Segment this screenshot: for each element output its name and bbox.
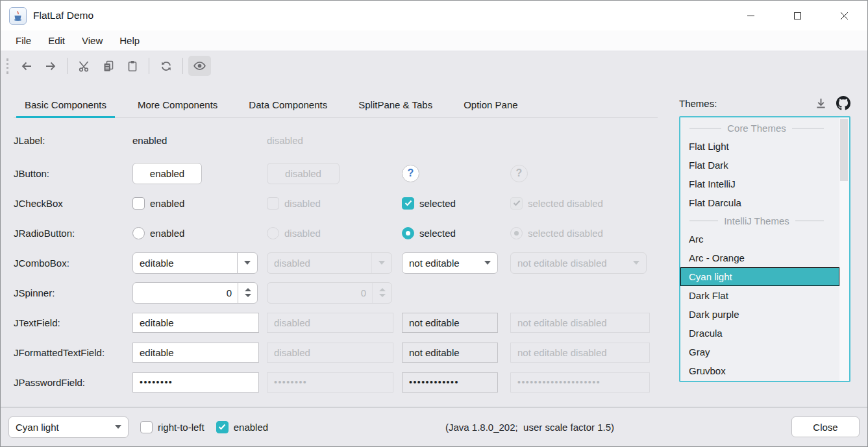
eye-toggle-button[interactable] bbox=[188, 56, 211, 76]
tab-basic-components[interactable]: Basic Components bbox=[14, 91, 118, 117]
copy-button[interactable] bbox=[97, 56, 119, 76]
checkbox-checked-icon bbox=[510, 197, 523, 210]
formatted-textfield-disabled: disabled bbox=[267, 343, 393, 363]
chevron-down-icon bbox=[633, 261, 639, 265]
download-theme-button[interactable] bbox=[815, 97, 827, 110]
refresh-button[interactable] bbox=[155, 56, 177, 76]
theme-item-dark-purple[interactable]: Dark purple bbox=[680, 305, 839, 324]
theme-item-cyan-light[interactable]: Cyan light bbox=[680, 267, 839, 286]
radio-enabled[interactable]: enabled bbox=[132, 227, 184, 239]
checkbox-checked-icon bbox=[402, 197, 414, 210]
help-button-disabled: ? bbox=[510, 165, 528, 182]
window-controls bbox=[727, 1, 867, 30]
tab-splitpane-tabs[interactable]: SplitPane & Tabs bbox=[347, 91, 443, 117]
disabled-button: disabled bbox=[267, 163, 340, 184]
maximize-button[interactable] bbox=[774, 1, 821, 30]
tab-data-components[interactable]: Data Components bbox=[238, 91, 338, 117]
paste-icon bbox=[126, 60, 139, 73]
toolbar-grip[interactable] bbox=[6, 58, 8, 74]
row-label: JComboBox: bbox=[14, 248, 132, 278]
checkbox-label: enabled bbox=[234, 422, 268, 433]
passwordfield-editable[interactable]: •••••••• bbox=[132, 372, 259, 393]
textfield-not-editable-disabled: not editable disabled bbox=[510, 313, 650, 333]
theme-list-scrollbar[interactable] bbox=[839, 117, 849, 381]
radio-label: disabled bbox=[284, 228, 321, 239]
textfield-not-editable: not editable bbox=[402, 313, 498, 333]
radio-selected-icon bbox=[402, 227, 414, 239]
help-button[interactable]: ? bbox=[402, 165, 419, 182]
combobox-arrow-button[interactable] bbox=[477, 253, 497, 273]
checkbox-enabled[interactable]: enabled bbox=[132, 197, 184, 210]
theme-item-gray[interactable]: Gray bbox=[680, 343, 839, 361]
jlabel-disabled: disabled bbox=[267, 128, 402, 152]
row-label: JTextField: bbox=[14, 308, 132, 337]
spinner-buttons[interactable] bbox=[238, 283, 257, 303]
tab-option-pane[interactable]: Option Pane bbox=[453, 91, 528, 117]
footer-bar: Cyan light right-to-left enabled (Java 1… bbox=[1, 407, 867, 446]
menu-view[interactable]: View bbox=[73, 32, 111, 49]
close-button[interactable]: Close bbox=[791, 417, 860, 437]
radio-selected[interactable]: selected bbox=[402, 227, 456, 239]
enabled-checkbox[interactable]: enabled bbox=[216, 421, 268, 433]
forward-button[interactable] bbox=[39, 56, 62, 76]
themes-label: Themes: bbox=[679, 98, 717, 109]
theme-item-dark-flat[interactable]: Dark Flat bbox=[680, 286, 839, 305]
radio-disabled: disabled bbox=[267, 227, 321, 239]
combobox-not-editable-disabled: not editable disabled bbox=[510, 252, 647, 274]
github-link-button[interactable] bbox=[836, 96, 850, 110]
tab-more-components[interactable]: More Components bbox=[127, 91, 229, 117]
combobox-value: Cyan light bbox=[16, 422, 59, 433]
combobox-value: editable bbox=[140, 258, 174, 269]
textfield-editable[interactable]: editable bbox=[132, 313, 259, 333]
theme-item-flat-intellij[interactable]: Flat IntelliJ bbox=[680, 175, 839, 193]
checkbox-label: selected disabled bbox=[528, 198, 603, 209]
theme-item-flat-light[interactable]: Flat Light bbox=[680, 137, 839, 156]
spinner-value[interactable]: 0 bbox=[133, 287, 238, 298]
paste-button[interactable] bbox=[121, 56, 143, 76]
minimize-button[interactable] bbox=[727, 1, 774, 30]
app-window: FlatLaf Demo File Edit View Help bbox=[0, 0, 868, 447]
tool-bar bbox=[1, 52, 867, 80]
theme-item-arc[interactable]: Arc bbox=[680, 230, 839, 248]
row-label: JRadioButton: bbox=[14, 218, 132, 248]
combobox-not-editable[interactable]: not editable bbox=[402, 252, 498, 274]
checkbox-selected[interactable]: selected bbox=[402, 197, 456, 210]
checkbox-label: right-to-left bbox=[158, 422, 205, 433]
spinner-up-icon bbox=[245, 288, 251, 291]
scrollbar-thumb[interactable] bbox=[840, 119, 848, 181]
spinner-down-icon bbox=[379, 294, 386, 297]
spinner-disabled: 0 bbox=[267, 282, 392, 304]
combobox-value: not editable disabled bbox=[517, 258, 607, 269]
menu-edit[interactable]: Edit bbox=[40, 32, 73, 49]
theme-item-flat-darcula[interactable]: Flat Darcula bbox=[680, 193, 839, 212]
spinner[interactable]: 0 bbox=[132, 282, 258, 304]
tab-bar: Basic Components More Components Data Co… bbox=[14, 91, 658, 118]
close-window-button[interactable] bbox=[821, 1, 867, 30]
right-to-left-checkbox[interactable]: right-to-left bbox=[140, 421, 205, 433]
cut-button[interactable] bbox=[73, 56, 95, 76]
combobox-editable[interactable]: editable bbox=[132, 252, 258, 274]
combobox-arrow-button[interactable] bbox=[108, 417, 128, 437]
theme-item-gruvbox[interactable]: Gruvbox bbox=[680, 361, 839, 380]
theme-item-flat-dark[interactable]: Flat Dark bbox=[680, 156, 839, 175]
formatted-textfield-editable[interactable]: editable bbox=[132, 343, 259, 363]
menu-bar: File Edit View Help bbox=[1, 30, 867, 51]
theme-select-combobox[interactable]: Cyan light bbox=[8, 417, 129, 438]
row-label: JSpinner: bbox=[14, 278, 132, 308]
title-bar: FlatLaf Demo bbox=[1, 1, 867, 30]
theme-item-dracula[interactable]: Dracula bbox=[680, 324, 839, 343]
chevron-down-icon bbox=[484, 261, 491, 265]
menu-file[interactable]: File bbox=[7, 32, 40, 49]
toolbar-separator bbox=[67, 58, 68, 74]
back-button[interactable] bbox=[15, 56, 38, 76]
radio-label: enabled bbox=[150, 228, 184, 239]
download-icon bbox=[815, 97, 827, 110]
radio-label: selected bbox=[419, 228, 456, 239]
checkbox-icon bbox=[267, 197, 279, 210]
theme-item-arc-orange[interactable]: Arc - Orange bbox=[680, 248, 839, 267]
combobox-arrow-button[interactable] bbox=[237, 253, 257, 273]
menu-help[interactable]: Help bbox=[111, 32, 148, 49]
enabled-button[interactable]: enabled bbox=[132, 163, 202, 184]
component-grid: JLabel: enabled disabled JButton: enable… bbox=[14, 128, 660, 397]
spinner-down-icon bbox=[245, 294, 251, 297]
